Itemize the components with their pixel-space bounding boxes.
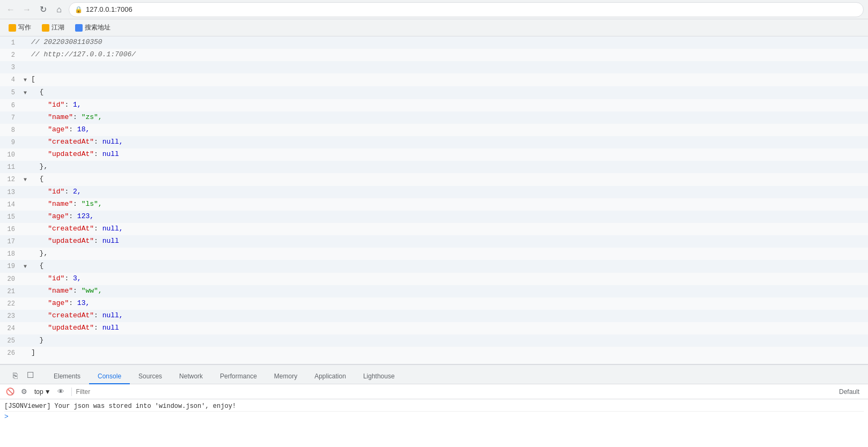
home-button[interactable]: ⌂: [53, 3, 65, 16]
bookmark-jianghu-icon: [42, 24, 49, 32]
code-line: 24 "updatedAt": null: [0, 322, 868, 334]
tab-memory[interactable]: Memory: [266, 369, 306, 384]
top-label: top: [34, 388, 43, 396]
code-line: 23 "createdAt": null,: [0, 310, 868, 322]
line-content: },: [29, 248, 48, 259]
line-toggle: [21, 211, 29, 212]
clear-console-button[interactable]: 🚫: [4, 386, 16, 398]
line-number: 13: [0, 186, 21, 198]
reload-button[interactable]: ↻: [36, 3, 49, 16]
line-toggle: [21, 334, 29, 336]
line-number: 17: [0, 235, 21, 248]
line-number: 21: [0, 285, 21, 297]
line-content: "id": 2,: [29, 186, 82, 198]
line-number: 9: [0, 136, 21, 148]
filter-input[interactable]: [76, 386, 837, 397]
bookmarks-bar: 写作 江湖 搜索地址: [0, 19, 868, 36]
line-content: {: [29, 260, 43, 272]
toolbar-divider: [71, 388, 72, 396]
line-number: 22: [0, 297, 21, 310]
line-toggle[interactable]: ▼: [21, 73, 29, 86]
line-number: 3: [0, 61, 21, 73]
json-viewer: 1// 202203081103502// http://127.0.0.1:7…: [0, 36, 868, 364]
code-line: 18 },: [0, 248, 868, 260]
eye-button[interactable]: 👁: [55, 386, 67, 398]
line-number: 19: [0, 260, 21, 272]
tab-performance[interactable]: Performance: [211, 369, 266, 384]
code-line: 11 },: [0, 161, 868, 173]
tab-application[interactable]: Application: [306, 369, 355, 384]
line-toggle: [21, 285, 29, 286]
code-line: 25 }: [0, 334, 868, 347]
bookmark-write-icon: [9, 24, 16, 32]
line-content: "age": 13,: [29, 297, 90, 309]
inspect-element-button[interactable]: ⎘: [9, 369, 21, 382]
console-prompt[interactable]: >: [4, 413, 864, 421]
line-content: // http://127.0.0.1:7006/: [29, 49, 136, 61]
line-toggle[interactable]: ▼: [21, 173, 29, 186]
code-line: 15 "age": 123,: [0, 211, 868, 223]
line-content: "age": 18,: [29, 124, 90, 136]
line-number: 2: [0, 49, 21, 61]
code-line: 17 "updatedAt": null: [0, 235, 868, 248]
code-line: 4▼[: [0, 73, 868, 86]
code-line: 5▼ {: [0, 86, 868, 99]
line-toggle: [21, 36, 29, 38]
line-toggle: [21, 186, 29, 187]
code-line: 26]: [0, 347, 868, 359]
address-bar[interactable]: 🔒 127.0.0.1:7006: [69, 2, 864, 17]
code-line: 22 "age": 13,: [0, 297, 868, 310]
context-selector[interactable]: top ▼: [32, 387, 53, 397]
line-number: 5: [0, 86, 21, 99]
line-toggle: [21, 111, 29, 113]
line-toggle: [21, 136, 29, 137]
tab-lighthouse[interactable]: Lighthouse: [355, 369, 403, 384]
console-message: [JSONViewer] Your json was stored into '…: [4, 401, 864, 412]
code-line: 7 "name": "zs",: [0, 111, 868, 124]
line-number: 11: [0, 161, 21, 173]
line-number: 15: [0, 211, 21, 223]
bookmark-write-label: 写作: [18, 23, 31, 32]
code-line: 13 "id": 2,: [0, 186, 868, 198]
line-number: 20: [0, 273, 21, 285]
bookmark-jianghu[interactable]: 江湖: [38, 22, 69, 33]
line-toggle: [21, 322, 29, 323]
code-line: 9 "createdAt": null,: [0, 136, 868, 148]
url-text: 127.0.0.1:7006: [86, 5, 133, 13]
line-content: {: [29, 173, 43, 185]
devtools-console-toolbar: 🚫 ⚙ top ▼ 👁 Default: [0, 384, 868, 399]
line-content: }: [29, 334, 43, 346]
line-toggle: [21, 347, 29, 348]
tab-sources[interactable]: Sources: [130, 369, 171, 384]
line-content: // 20220308110350: [29, 36, 102, 48]
code-line: 6 "id": 1,: [0, 99, 868, 111]
code-line: 16 "createdAt": null,: [0, 223, 868, 235]
line-content: "createdAt": null,: [29, 136, 123, 148]
bookmark-jianghu-label: 江湖: [52, 23, 64, 32]
line-toggle: [21, 124, 29, 125]
line-number: 7: [0, 111, 21, 124]
bookmark-write[interactable]: 写作: [4, 22, 35, 33]
bookmark-search[interactable]: 搜索地址: [71, 22, 115, 33]
line-toggle[interactable]: ▼: [21, 86, 29, 99]
line-number: 14: [0, 198, 21, 211]
line-toggle[interactable]: ▼: [21, 260, 29, 273]
devtools-panel: ⎘ ☐ Elements Console Sources Network Per…: [0, 364, 868, 447]
browser-toolbar: ← → ↻ ⌂ 🔒 127.0.0.1:7006: [0, 0, 868, 19]
device-toolbar-button[interactable]: ☐: [24, 369, 36, 382]
line-number: 26: [0, 347, 21, 359]
line-number: 12: [0, 173, 21, 185]
line-toggle: [21, 49, 29, 50]
tab-elements[interactable]: Elements: [45, 369, 89, 384]
line-content: "age": 123,: [29, 211, 94, 222]
line-content: "updatedAt": null: [29, 235, 119, 247]
console-settings-button[interactable]: ⚙: [18, 386, 30, 398]
line-content: "name": "ls",: [29, 198, 102, 210]
tab-network[interactable]: Network: [171, 369, 211, 384]
line-number: 25: [0, 334, 21, 347]
line-content: "name": "ww",: [29, 285, 102, 297]
forward-button[interactable]: →: [20, 3, 33, 16]
tab-console[interactable]: Console: [89, 369, 130, 384]
back-button[interactable]: ←: [4, 3, 17, 16]
line-number: 8: [0, 124, 21, 136]
